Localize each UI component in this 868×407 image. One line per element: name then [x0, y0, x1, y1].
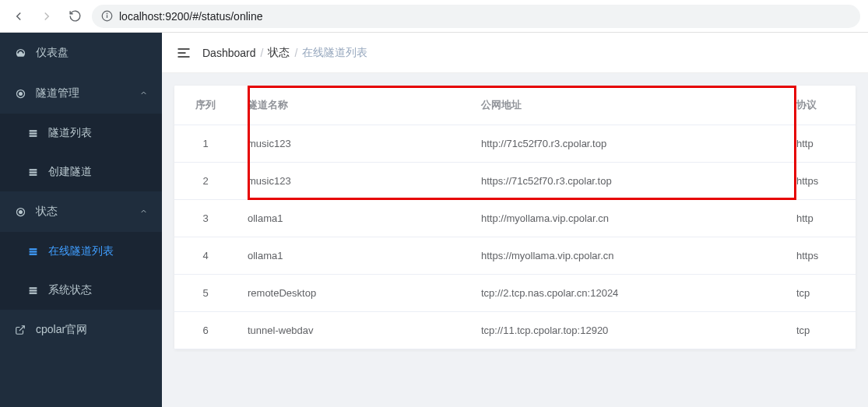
site-info-icon[interactable] — [101, 10, 113, 22]
sidebar-item-cpolar-site[interactable]: cpolar官网 — [0, 310, 162, 350]
forward-button[interactable] — [36, 5, 58, 27]
table-row[interactable]: 5remoteDesktoptcp://2.tcp.nas.cpolar.cn:… — [174, 275, 856, 312]
svg-rect-8 — [29, 174, 37, 175]
svg-rect-4 — [29, 132, 37, 134]
cell-index: 1 — [174, 125, 237, 163]
svg-rect-12 — [29, 287, 37, 289]
svg-rect-13 — [29, 289, 37, 291]
table-panel: 序列 隧道名称 公网地址 协议 1music123http://71c52f70… — [174, 86, 856, 349]
sidebar: 仪表盘 隧道管理 隧道列表 创建隧道 — [0, 33, 162, 407]
sidebar-item-label: 在线隧道列表 — [48, 244, 114, 258]
svg-rect-5 — [29, 135, 37, 136]
browser-toolbar: localhost:9200/#/status/online — [0, 0, 868, 33]
cell-proto: https — [785, 237, 856, 275]
cell-index: 2 — [174, 163, 237, 200]
col-header-proto: 协议 — [785, 86, 856, 125]
chevron-up-icon — [139, 87, 148, 100]
gear-icon — [14, 206, 26, 218]
table-row[interactable]: 3ollama1http://myollama.vip.cpolar.cnhtt… — [174, 200, 856, 237]
chevron-up-icon — [139, 205, 148, 218]
sidebar-item-label: cpolar官网 — [36, 323, 87, 337]
svg-line-15 — [19, 326, 24, 331]
breadcrumb-item[interactable]: Dashboard — [202, 47, 256, 59]
cell-index: 3 — [174, 200, 237, 237]
col-header-url: 公网地址 — [470, 86, 785, 125]
svg-rect-11 — [29, 253, 37, 254]
sidebar-item-create-tunnel[interactable]: 创建隧道 — [0, 153, 162, 191]
table-row[interactable]: 2music123https://71c52f70.r3.cpolar.toph… — [174, 163, 856, 200]
col-header-index: 序列 — [174, 86, 237, 125]
table-icon — [26, 167, 39, 177]
sidebar-item-system-status[interactable]: 系统状态 — [0, 271, 162, 310]
svg-rect-6 — [29, 169, 37, 170]
cell-index: 5 — [174, 275, 237, 312]
breadcrumb-item[interactable]: 状态 — [268, 46, 290, 60]
table-row[interactable]: 1music123http://71c52f70.r3.cpolar.topht… — [174, 125, 856, 163]
sidebar-item-online-tunnels[interactable]: 在线隧道列表 — [0, 232, 162, 271]
breadcrumb: Dashboard / 状态 / 在线隧道列表 — [202, 46, 367, 60]
cell-url: tcp://2.tcp.nas.cpolar.cn:12024 — [470, 275, 785, 312]
sidebar-item-status[interactable]: 状态 — [0, 191, 162, 232]
sidebar-item-tunnel-list[interactable]: 隧道列表 — [0, 114, 162, 153]
cell-proto: https — [785, 163, 856, 200]
cell-url: http://71c52f70.r3.cpolar.top — [470, 125, 785, 163]
cell-proto: tcp — [785, 275, 856, 312]
svg-rect-14 — [29, 292, 37, 293]
svg-rect-7 — [29, 171, 37, 173]
cell-name: ollama1 — [237, 200, 470, 237]
table-icon — [26, 286, 39, 296]
cell-url: https://71c52f70.r3.cpolar.top — [470, 163, 785, 200]
external-link-icon — [14, 325, 26, 335]
cell-url: http://myollama.vip.cpolar.cn — [470, 200, 785, 237]
sidebar-item-label: 系统状态 — [48, 283, 92, 297]
sidebar-item-label: 仪表盘 — [36, 46, 69, 60]
svg-rect-9 — [29, 248, 37, 250]
cell-proto: http — [785, 125, 856, 163]
breadcrumb-sep: / — [261, 47, 264, 59]
sidebar-item-dashboard[interactable]: 仪表盘 — [0, 33, 162, 73]
gear-icon — [14, 88, 26, 100]
sidebar-item-label: 创建隧道 — [48, 165, 92, 179]
table-icon — [26, 247, 39, 257]
cell-index: 4 — [174, 237, 237, 275]
cell-name: music123 — [237, 125, 470, 163]
hamburger-icon[interactable] — [176, 45, 192, 61]
cell-url: https://myollama.vip.cpolar.cn — [470, 237, 785, 275]
table-icon — [26, 128, 39, 139]
cell-proto: tcp — [785, 312, 856, 349]
url-text: localhost:9200/#/status/online — [119, 10, 262, 23]
breadcrumb-item: 在线隧道列表 — [302, 46, 367, 60]
back-button[interactable] — [8, 5, 30, 27]
url-bar[interactable]: localhost:9200/#/status/online — [92, 5, 860, 28]
cell-name: music123 — [237, 163, 470, 200]
topbar: Dashboard / 状态 / 在线隧道列表 — [162, 33, 868, 73]
cell-name: tunnel-webdav — [237, 312, 470, 349]
table-row[interactable]: 4ollama1https://myollama.vip.cpolar.cnht… — [174, 237, 856, 275]
cell-name: remoteDesktop — [237, 275, 470, 312]
breadcrumb-sep: / — [294, 47, 297, 59]
cell-name: ollama1 — [237, 237, 470, 275]
sidebar-item-tunnel-mgmt[interactable]: 隧道管理 — [0, 73, 162, 114]
tunnels-table: 序列 隧道名称 公网地址 协议 1music123http://71c52f70… — [174, 86, 856, 349]
svg-rect-10 — [29, 251, 37, 252]
svg-point-2 — [107, 13, 107, 14]
cell-url: tcp://11.tcp.cpolar.top:12920 — [470, 312, 785, 349]
sidebar-item-label: 隧道管理 — [36, 86, 79, 100]
svg-rect-3 — [29, 130, 37, 132]
col-header-name: 隧道名称 — [237, 86, 470, 125]
table-header-row: 序列 隧道名称 公网地址 协议 — [174, 86, 856, 125]
dashboard-icon — [14, 47, 26, 59]
content-area: Dashboard / 状态 / 在线隧道列表 序列 隧道名称 公网地址 协议 … — [162, 33, 868, 407]
cell-index: 6 — [174, 312, 237, 349]
cell-proto: http — [785, 200, 856, 237]
sidebar-item-label: 隧道列表 — [48, 126, 92, 140]
reload-button[interactable] — [64, 5, 86, 27]
sidebar-item-label: 状态 — [36, 205, 58, 219]
table-row[interactable]: 6tunnel-webdavtcp://11.tcp.cpolar.top:12… — [174, 312, 856, 349]
